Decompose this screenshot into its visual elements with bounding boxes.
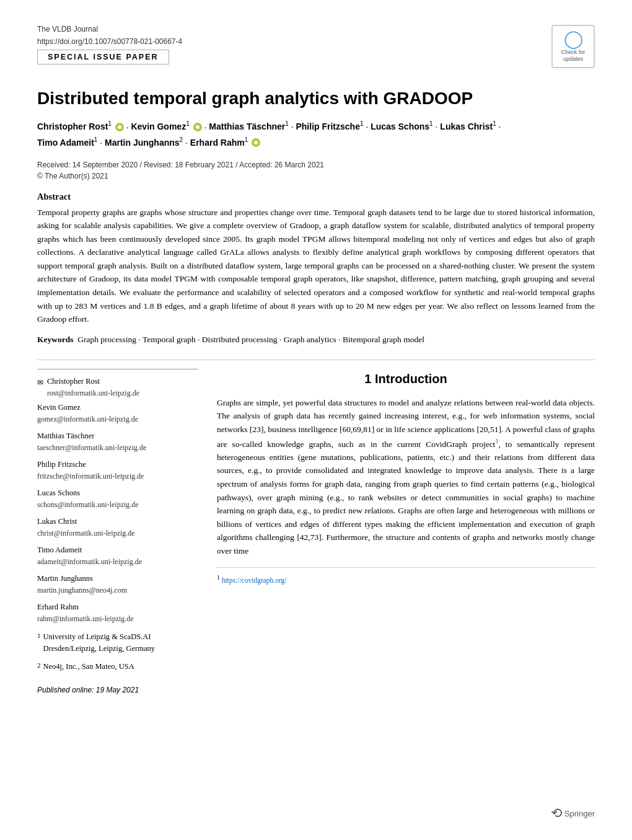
section-1-title: 1 Introduction xyxy=(217,369,595,389)
affiliation-1: 1 University of Leipzig & ScaDS.AI Dresd… xyxy=(37,631,198,655)
abstract-text: Temporal property graphs are graphs whos… xyxy=(37,206,595,326)
contact-name-gomez: Kevin Gomez xyxy=(37,402,198,413)
copyright-line: © The Author(s) 2021 xyxy=(37,172,595,180)
contact-email-rahm[interactable]: rahm@informatik.uni-leipzig.de xyxy=(37,613,198,625)
contact-name-taeschner: Matthias Täschner xyxy=(37,430,198,442)
received-date: Received: 14 September 2020 xyxy=(37,161,138,169)
published-line: Published online: 19 May 2021 xyxy=(37,684,198,696)
dates-line: Received: 14 September 2020 / Revised: 1… xyxy=(37,161,595,169)
contact-email-gomez[interactable]: gomez@informatik.uni-leipzig.de xyxy=(37,413,198,425)
keywords-text: Graph processing · Temporal graph · Dist… xyxy=(77,335,424,344)
affil-text-2: Neo4j, Inc., San Mateo, USA xyxy=(43,661,134,673)
left-column: ✉ Christopher Rost rost@informatik.uni-l… xyxy=(37,369,198,696)
author-taeschner: Matthias Täschner1 · Philip Fritzsche1 ·… xyxy=(209,122,501,131)
doi-link[interactable]: https://doi.org/10.1007/s00778-021-00667… xyxy=(37,37,595,46)
intro-text: Graphs are simple, yet powerful data str… xyxy=(217,396,595,558)
contact-taeschner: Matthias Täschner taeschner@informatik.u… xyxy=(37,430,198,454)
revised-date: Revised: 18 February 2021 xyxy=(144,161,234,169)
contact-header: ✉ Christopher Rost rost@informatik.uni-l… xyxy=(37,376,198,399)
contact-email-junghanns[interactable]: martin.junghanns@neo4j.com xyxy=(37,585,198,596)
section-divider xyxy=(37,360,595,360)
two-column-layout: ✉ Christopher Rost rost@informatik.uni-l… xyxy=(37,369,595,696)
contact-name-schons: Lucas Schons xyxy=(37,487,198,499)
author-gomez: Kevin Gomez1 xyxy=(131,122,189,131)
paper-title: Distributed temporal graph analytics wit… xyxy=(37,88,595,109)
contact-adameit: Timo Adameit adameit@informatik.uni-leip… xyxy=(37,544,198,568)
footnote-url-1[interactable]: https://covidgraph.org/ xyxy=(222,577,287,584)
affil-num-2: 2 xyxy=(37,661,41,673)
affil-text-1: University of Leipzig & ScaDS.AI Dresden… xyxy=(43,631,199,655)
author-rost: Christopher Rost1 xyxy=(37,122,112,131)
special-issue-banner: SPECIAL ISSUE PAPER xyxy=(37,50,169,64)
springer-logo: ⟲ Springer xyxy=(551,805,595,821)
contact-gomez: Kevin Gomez gomez@informatik.uni-leipzig… xyxy=(37,402,198,425)
contact-rahm: Erhard Rahm rahm@informatik.uni-leipzig.… xyxy=(37,601,198,625)
journal-name: The VLDB Journal xyxy=(37,25,595,33)
check-updates-badge: ◯ Check forupdates xyxy=(551,25,595,68)
contact-junghanns: Martin Junghanns martin.junghanns@neo4j.… xyxy=(37,573,198,596)
page: The VLDB Journal https://doi.org/10.1007… xyxy=(0,0,632,840)
orcid-icon-rahm[interactable] xyxy=(252,138,260,147)
orcid-icon-rost[interactable] xyxy=(115,123,124,131)
contact-schons: Lucas Schons schons@informatik.uni-leipz… xyxy=(37,487,198,511)
affil-sup-2: 1 xyxy=(186,121,190,128)
primary-contact: Christopher Rost rost@informatik.uni-lei… xyxy=(47,376,139,399)
primary-contact-email[interactable]: rost@informatik.uni-leipzig.de xyxy=(47,387,139,399)
right-column: 1 Introduction Graphs are simple, yet po… xyxy=(217,369,595,696)
contact-email-fritzsche[interactable]: fritzsche@informatik.uni-leipzig.de xyxy=(37,471,198,482)
contact-christ: Lukas Christ christ@informatik.uni-leipz… xyxy=(37,516,198,539)
affil-sup-1: 1 xyxy=(108,121,112,128)
contact-email-adameit[interactable]: adameit@informatik.uni-leipzig.de xyxy=(37,556,198,568)
mail-icon: ✉ xyxy=(37,377,43,389)
abstract-title: Abstract xyxy=(37,192,595,202)
contact-email-taeschner[interactable]: taeschner@informatik.uni-leipzig.de xyxy=(37,442,198,454)
author-adameit: Timo Adameit1 · Martin Junghanns2 · Erha… xyxy=(37,138,248,148)
springer-symbol: ⟲ xyxy=(551,805,562,821)
contact-fritzsche: Philip Fritzsche fritzsche@informatik.un… xyxy=(37,459,198,482)
orcid-icon-gomez[interactable] xyxy=(193,123,202,131)
keywords-label: Keywords xyxy=(37,335,74,344)
affiliation-2: 2 Neo4j, Inc., San Mateo, USA xyxy=(37,661,198,673)
accepted-date: Accepted: 26 March 2021 xyxy=(239,161,324,169)
primary-contact-name: Christopher Rost xyxy=(47,376,139,387)
contact-name-junghanns: Martin Junghanns xyxy=(37,573,198,585)
footnote-num-1: 1 xyxy=(217,574,220,581)
authors-block: Christopher Rost1 · Kevin Gomez1 · Matth… xyxy=(37,119,595,151)
intro-text-part2: , to semantically represent heterogeneou… xyxy=(217,439,595,555)
contact-email-schons[interactable]: schons@informatik.uni-leipzig.de xyxy=(37,499,198,511)
footnote-section: 1 https://covidgraph.org/ xyxy=(217,567,595,586)
contact-name-christ: Lukas Christ xyxy=(37,516,198,528)
affil-num-1: 1 xyxy=(37,631,41,655)
contact-name-adameit: Timo Adameit xyxy=(37,544,198,556)
keywords-line: Keywords Graph processing · Temporal gra… xyxy=(37,335,595,345)
contact-name-rahm: Erhard Rahm xyxy=(37,601,198,613)
contact-name-fritzsche: Philip Fritzsche xyxy=(37,459,198,471)
check-icon: ◯ xyxy=(564,30,583,48)
springer-label: Springer xyxy=(564,809,595,818)
abstract-section: Abstract Temporal property graphs are gr… xyxy=(37,192,595,326)
check-text: Check forupdates xyxy=(561,49,586,63)
contact-email-christ[interactable]: christ@informatik.uni-leipzig.de xyxy=(37,528,198,539)
